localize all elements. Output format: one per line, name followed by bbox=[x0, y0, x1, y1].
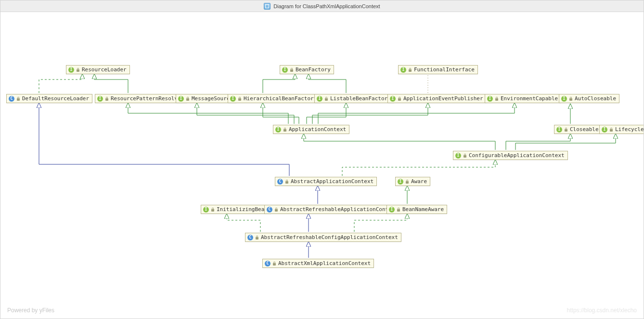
node-label: ConfigurableApplicationContext bbox=[469, 152, 565, 159]
interface-icon: I bbox=[97, 96, 103, 102]
lock-icon bbox=[397, 208, 400, 212]
interface-icon: I bbox=[602, 127, 607, 133]
lock-icon bbox=[569, 97, 573, 101]
interface-icon: I bbox=[389, 207, 395, 213]
node-hierarchicalbeanfactory[interactable]: I HierarchicalBeanFactory bbox=[228, 94, 320, 103]
lock-icon bbox=[290, 68, 294, 72]
node-applicationeventpublisher[interactable]: I ApplicationEventPublisher bbox=[387, 94, 487, 103]
node-lifecycle[interactable]: I Lifecycle bbox=[599, 125, 644, 134]
title-text: Diagram for ClassPathXmlApplicationConte… bbox=[273, 3, 380, 9]
lock-icon bbox=[238, 97, 242, 101]
lock-icon bbox=[408, 68, 412, 72]
node-closeable[interactable]: I Closeable bbox=[554, 125, 602, 134]
node-label: ResourceLoader bbox=[82, 66, 127, 73]
class-icon: C bbox=[277, 179, 283, 185]
node-label: Aware bbox=[411, 178, 427, 185]
node-abstractrefreshableapplicationcontext[interactable]: C AbstractRefreshableApplicationContext bbox=[264, 205, 401, 214]
node-label: InitializingBean bbox=[217, 206, 268, 213]
lock-icon bbox=[609, 128, 613, 132]
interface-icon: I bbox=[487, 96, 493, 102]
interface-icon: I bbox=[556, 127, 562, 133]
class-icon: C bbox=[9, 96, 14, 102]
node-functionalinterface[interactable]: I FunctionalInterface bbox=[398, 65, 478, 74]
interface-icon: I bbox=[178, 96, 184, 102]
node-label: BeanNameAware bbox=[402, 206, 444, 213]
node-label: AutoCloseable bbox=[575, 95, 616, 102]
node-applicationcontext[interactable]: I ApplicationContext bbox=[273, 125, 349, 134]
node-label: AbstractApplicationContext bbox=[291, 178, 374, 185]
lock-icon bbox=[283, 128, 287, 132]
lock-icon bbox=[105, 97, 109, 101]
class-icon: C bbox=[267, 207, 272, 213]
interface-icon: I bbox=[230, 96, 236, 102]
lock-icon bbox=[274, 208, 278, 212]
node-abstractapplicationcontext[interactable]: C AbstractApplicationContext bbox=[275, 177, 377, 186]
node-resourcepatternresolver[interactable]: I ResourcePatternResolver bbox=[95, 94, 187, 103]
interface-icon: I bbox=[561, 96, 567, 102]
class-icon: C bbox=[265, 261, 270, 266]
node-label: AbstractRefreshableApplicationContext bbox=[280, 206, 398, 213]
node-label: HierarchicalBeanFactory bbox=[244, 95, 317, 102]
node-label: ListableBeanFactory bbox=[330, 95, 391, 102]
node-defaultresourceloader[interactable]: C DefaultResourceLoader bbox=[6, 94, 92, 103]
node-label: DefaultResourceLoader bbox=[22, 95, 89, 102]
node-label: FunctionalInterface bbox=[414, 66, 475, 73]
footer-powered-by: Powered by yFiles bbox=[7, 307, 54, 314]
node-label: ApplicationContext bbox=[289, 126, 346, 133]
diagram-icon bbox=[264, 3, 270, 10]
interface-icon: I bbox=[317, 96, 322, 102]
node-label: Lifecycle bbox=[615, 126, 644, 133]
lock-icon bbox=[564, 128, 568, 132]
lock-icon bbox=[463, 154, 467, 158]
node-label: ApplicationEventPublisher bbox=[403, 95, 483, 102]
lock-icon bbox=[16, 97, 20, 101]
lock-icon bbox=[186, 97, 190, 101]
interface-icon: I bbox=[400, 67, 406, 73]
lock-icon bbox=[255, 236, 259, 239]
interface-icon: I bbox=[203, 207, 209, 213]
interface-icon: I bbox=[68, 67, 74, 73]
interface-icon: I bbox=[455, 153, 461, 159]
interface-icon: I bbox=[282, 67, 288, 73]
node-label: AbstractXmlApplicationContext bbox=[278, 260, 371, 266]
node-configurableapplicationcontext[interactable]: I ConfigurableApplicationContext bbox=[453, 151, 568, 160]
node-label: EnvironmentCapable bbox=[501, 95, 558, 102]
diagram-canvas[interactable]: I ResourceLoader I BeanFactory I Functio… bbox=[0, 12, 644, 319]
node-abstractrefreshableconfigapplicationcontext[interactable]: C AbstractRefreshableConfigApplicationCo… bbox=[245, 233, 401, 242]
node-label: Closeable bbox=[570, 126, 599, 133]
node-listablebeanfactory[interactable]: I ListableBeanFactory bbox=[314, 94, 394, 103]
node-initializingbean[interactable]: I InitializingBean bbox=[201, 205, 271, 214]
node-label: MessageSource bbox=[192, 95, 233, 102]
node-autocloseable[interactable]: I AutoCloseable bbox=[559, 94, 619, 103]
lock-icon bbox=[398, 97, 401, 101]
title-bar: Diagram for ClassPathXmlApplicationConte… bbox=[0, 0, 644, 12]
interface-icon: I bbox=[275, 127, 281, 133]
node-label: ResourcePatternResolver bbox=[111, 95, 184, 102]
lock-icon bbox=[211, 208, 215, 212]
lock-icon bbox=[324, 97, 328, 101]
node-resourceloader[interactable]: I ResourceLoader bbox=[66, 65, 130, 74]
class-icon: C bbox=[247, 235, 253, 240]
node-environmentcapable[interactable]: I EnvironmentCapable bbox=[485, 94, 561, 103]
interface-icon: I bbox=[390, 96, 396, 102]
connectors-layer bbox=[0, 12, 644, 319]
node-label: AbstractRefreshableConfigApplicationCont… bbox=[261, 234, 398, 240]
node-beanfactory[interactable]: I BeanFactory bbox=[280, 65, 334, 74]
lock-icon bbox=[76, 68, 80, 72]
interface-icon: I bbox=[398, 179, 403, 185]
lock-icon bbox=[272, 262, 276, 266]
node-label: BeanFactory bbox=[296, 66, 331, 73]
node-aware[interactable]: I Aware bbox=[395, 177, 430, 186]
node-abstractxmlapplicationcontext[interactable]: C AbstractXmlApplicationContext bbox=[262, 259, 374, 268]
lock-icon bbox=[495, 97, 499, 101]
footer-watermark: https://blog.csdn.net/xlecho bbox=[567, 307, 637, 314]
lock-icon bbox=[285, 180, 289, 184]
lock-icon bbox=[405, 180, 409, 184]
node-beannameaware[interactable]: I BeanNameAware bbox=[386, 205, 447, 214]
